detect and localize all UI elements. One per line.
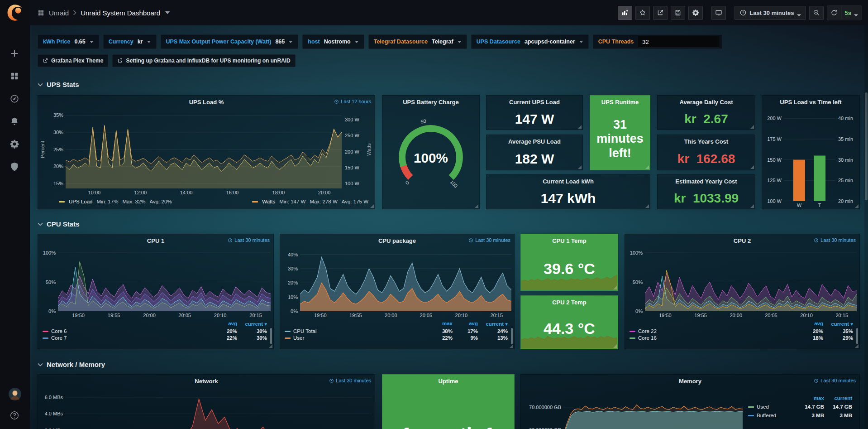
star-button[interactable]	[635, 6, 650, 20]
cpu-package-chart[interactable]	[300, 249, 511, 311]
panel-resize-handle[interactable]	[578, 125, 582, 129]
chevron-down-icon	[38, 222, 43, 226]
panel-resize-handle[interactable]	[750, 204, 754, 208]
panel-title[interactable]: CPU 1 Temp	[521, 234, 618, 247]
variable-ups-datasource[interactable]: UPS Datasource apcupsd-container	[471, 34, 589, 49]
breadcrumb-dashboard[interactable]: Unraid System Dashboard	[81, 9, 160, 17]
panel-title[interactable]: UPS Load %	[38, 96, 375, 108]
panel-resize-handle[interactable]	[510, 344, 513, 348]
page-scrollbar-track[interactable]	[864, 25, 868, 429]
legend-item[interactable]: User	[285, 335, 427, 341]
sidebar-menu	[10, 48, 20, 172]
panel-resize-handle[interactable]	[855, 344, 858, 348]
time-range-picker[interactable]: Last 30 minutes	[734, 6, 806, 20]
legend-item[interactable]: Buffered	[748, 413, 796, 418]
add-panel-button[interactable]	[618, 6, 632, 20]
variable-ups-max-output[interactable]: UPS Max Output Power Capacity (Watt) 865	[161, 34, 299, 49]
panel-title[interactable]: UPS Battery Charge	[382, 96, 479, 108]
cpu-threads-input[interactable]	[638, 36, 720, 48]
refresh-interval-picker[interactable]: 5s	[842, 6, 861, 20]
sidebar-item-alerting[interactable]	[10, 116, 20, 127]
legend-item[interactable]: Used	[748, 404, 796, 410]
link-grafana-plex-theme[interactable]: Grafana Plex Theme	[38, 54, 108, 67]
panel-resize-handle[interactable]	[855, 204, 858, 208]
panel-resize-handle[interactable]	[269, 344, 272, 348]
caret-down-icon[interactable]	[165, 11, 170, 14]
share-button[interactable]	[653, 6, 668, 20]
x-axis: 19:5019:5520:0020:0520:1020:15	[645, 311, 857, 319]
panel-resize-handle[interactable]	[613, 286, 617, 289]
panel-title[interactable]: UPS Load vs Time left	[762, 96, 859, 108]
panel-resize-handle[interactable]	[475, 204, 478, 208]
panel-title[interactable]: Average PSU Load	[486, 135, 582, 148]
sidebar-item-dashboards[interactable]	[10, 71, 20, 82]
legend-scrollbar[interactable]	[270, 328, 272, 344]
panel-ups-runtime: UPS Runtime 31 minutes left!	[590, 95, 650, 170]
battery-gauge[interactable]: 100% 0 50 100	[382, 108, 479, 209]
refresh-button[interactable]	[827, 6, 841, 20]
panel-title[interactable]: This Years Cost	[658, 135, 755, 148]
panel-cpu-package: CPU package Last 30 minutes 40%30%20%10%…	[280, 234, 515, 349]
y-axis-left: 35%30%25%20%15%	[46, 110, 66, 188]
sidebar-item-explore[interactable]	[10, 93, 20, 104]
user-avatar[interactable]	[8, 387, 22, 401]
legend-item-ups-load[interactable]: UPS Load Min: 17% Max: 32% Avg: 20%	[59, 199, 172, 204]
panel-title[interactable]: Estimated Yearly Cost	[658, 175, 755, 188]
cpu1-chart[interactable]	[58, 249, 271, 311]
cpu2-chart[interactable]	[645, 249, 857, 311]
panel-resize-handle[interactable]	[370, 204, 374, 208]
link-ups-monitoring-guide[interactable]: Setting up Grafana and InfluxDB for UPS …	[112, 54, 295, 67]
variable-host[interactable]: host Nostromo	[302, 34, 364, 49]
panel-resize-handle[interactable]	[750, 165, 754, 169]
grafana-logo[interactable]	[6, 4, 24, 22]
legend-item-watts[interactable]: Watts Min: 147 W Max: 278 W Avg: 175 W	[252, 199, 368, 204]
help-icon[interactable]	[10, 410, 20, 421]
chevron-right-icon	[73, 10, 76, 15]
y-axis-left: 70.000000 GB60.000000 GB50.000000 GB	[522, 389, 563, 429]
page-scrollbar-thumb[interactable]	[865, 92, 868, 200]
legend-item[interactable]: Core 7	[43, 335, 209, 341]
panel-title[interactable]: UPS Runtime	[590, 96, 650, 108]
variable-currency[interactable]: Currency kr	[103, 34, 157, 49]
section-ups-stats[interactable]: UPS Stats	[38, 81, 79, 88]
panel-resize-handle[interactable]	[645, 165, 649, 169]
panel-resize-handle[interactable]	[750, 125, 754, 129]
legend-scrollbar[interactable]	[511, 328, 513, 344]
x-axis: 10:0012:0014:0016:0018:0020:00	[66, 188, 342, 196]
panel-title[interactable]: Current UPS Load	[486, 96, 582, 108]
load-vs-time-chart[interactable]	[784, 110, 835, 201]
panel-title[interactable]: Memory	[521, 375, 859, 387]
legend-item[interactable]: CPU Total	[285, 328, 427, 334]
stat-value: 147 kWh	[486, 188, 650, 209]
gauge-value: 100%	[414, 150, 448, 165]
breadcrumb-folder[interactable]: Unraid	[49, 9, 69, 17]
panel-title[interactable]: CPU 2 Temp	[521, 296, 618, 308]
variable-telegraf-datasource[interactable]: Telegraf Datasource Telegraf	[368, 34, 467, 49]
memory-chart[interactable]	[563, 389, 743, 429]
panel-resize-handle[interactable]	[613, 344, 617, 348]
variable-cpu-threads: CPU Threads	[593, 34, 723, 49]
panel-title[interactable]: Average Daily Cost	[658, 96, 755, 108]
legend-item[interactable]: Core 16	[630, 335, 795, 341]
panel-title[interactable]: Uptime	[382, 375, 514, 387]
dashboard-settings-button[interactable]	[688, 6, 703, 20]
network-chart[interactable]	[58, 389, 372, 429]
section-cpu-stats[interactable]: CPU Stats	[38, 220, 80, 228]
legend-scrollbar[interactable]	[856, 328, 858, 344]
legend-item[interactable]: Core 6	[43, 328, 209, 334]
ups-load-chart[interactable]	[66, 110, 342, 188]
sidebar-item-create[interactable]	[10, 48, 20, 59]
panel-title[interactable]: Network	[38, 375, 375, 387]
cycle-view-button[interactable]	[711, 6, 726, 20]
panel-title[interactable]: Current Load kWh	[486, 175, 650, 188]
variable-kwh-price[interactable]: kWh Price 0.65	[38, 34, 99, 49]
zoom-out-button[interactable]	[809, 6, 824, 20]
panel-resize-handle[interactable]	[578, 165, 582, 169]
legend-item[interactable]: Core 22	[630, 328, 795, 334]
section-network-memory[interactable]: Network / Memory	[38, 361, 105, 368]
save-button[interactable]	[671, 6, 685, 20]
chevron-down-icon	[38, 83, 43, 87]
sidebar-item-server-admin[interactable]	[10, 161, 20, 172]
panel-resize-handle[interactable]	[645, 204, 649, 208]
sidebar-item-configuration[interactable]	[10, 139, 20, 149]
